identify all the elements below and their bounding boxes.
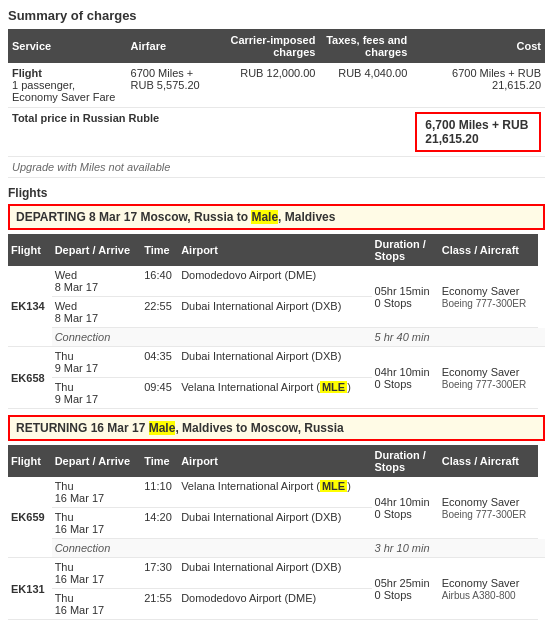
ek659-duration: 04hr 10min0 Stops <box>372 477 439 539</box>
rth-airport: Airport <box>178 445 371 477</box>
charges-table: Service Airfare Carrier-imposed charges … <box>8 29 545 178</box>
ek131-number: EK131 <box>8 558 52 620</box>
mle-tag-2: MLE <box>320 480 347 492</box>
connection-row-1: Connection 5 hr 40 min <box>8 328 545 347</box>
ek658-arrive-date: Thu9 Mar 17 <box>52 378 142 409</box>
ek658-depart-date: Thu9 Mar 17 <box>52 347 142 378</box>
ek658-depart-row: EK658 Thu9 Mar 17 04:35 Dubai Internatio… <box>8 347 545 378</box>
ek659-class: Economy SaverBoeing 777-300ER <box>439 477 539 539</box>
returning-origin: Male <box>149 421 176 435</box>
upgrade-row: Upgrade with Miles not available <box>8 157 545 178</box>
ek134-depart-airport: Domodedovo Airport (DME) <box>178 266 371 297</box>
total-price-box: 6,700 Miles + RUB 21,615.20 <box>415 112 541 152</box>
flights-label: Flights <box>8 186 545 200</box>
connection-time-2 <box>141 539 371 558</box>
th-flight: Flight <box>8 234 52 266</box>
carrier-cell: RUB 12,000.00 <box>223 63 320 108</box>
ek658-number: EK658 <box>8 347 52 409</box>
upgrade-label: Upgrade with Miles not available <box>8 157 545 178</box>
ek659-depart-date: Thu16 Mar 17 <box>52 477 142 508</box>
service-description: 1 passenger, Economy Saver Fare <box>12 79 115 103</box>
ek134-depart-date: Wed8 Mar 17 <box>52 266 142 297</box>
ek659-arrive-time: 14:20 <box>141 508 178 539</box>
ek131-arrive-airport: Domodedovo Airport (DME) <box>178 589 371 620</box>
ek131-depart-date: Thu16 Mar 17 <box>52 558 142 589</box>
total-row: Total price in Russian Ruble 6,700 Miles… <box>8 108 545 157</box>
ek131-depart-time: 17:30 <box>141 558 178 589</box>
ek658-class: Economy SaverBoeing 777-300ER <box>439 347 539 409</box>
departing-header: DEPARTING 8 Mar 17 Moscow, Russia to Mal… <box>8 204 545 230</box>
ek134-number: EK134 <box>8 266 52 347</box>
th-class: Class / Aircraft <box>439 234 539 266</box>
ek658-duration: 04hr 10min0 Stops <box>372 347 439 409</box>
ek134-arrive-time: 22:55 <box>141 297 178 328</box>
service-cell: Flight 1 passenger, Economy Saver Fare <box>8 63 127 108</box>
ek134-class: Economy SaverBoeing 777-300ER <box>439 266 539 328</box>
ek659-depart-time: 11:10 <box>141 477 178 508</box>
connection-row-2: Connection 3 hr 10 min <box>8 539 545 558</box>
ek659-depart-airport: Velana International Airport (MLE) <box>178 477 371 508</box>
ek134-depart-time: 16:40 <box>141 266 178 297</box>
ek131-depart-row: EK131 Thu16 Mar 17 17:30 Dubai Internati… <box>8 558 545 589</box>
ek659-arrive-airport: Dubai International Airport (DXB) <box>178 508 371 539</box>
ek131-duration: 05hr 25min0 Stops <box>372 558 439 620</box>
ek658-depart-airport: Dubai International Airport (DXB) <box>178 347 371 378</box>
connection-duration-2: 3 hr 10 min <box>372 539 439 558</box>
charge-row: Flight 1 passenger, Economy Saver Fare 6… <box>8 63 545 108</box>
connection-duration-1: 5 hr 40 min <box>372 328 439 347</box>
col-taxes: Taxes, fees and charges <box>319 29 411 63</box>
th-airport: Airport <box>178 234 371 266</box>
connection-time-1 <box>141 328 371 347</box>
ek659-depart-row: EK659 Thu16 Mar 17 11:10 Velana Internat… <box>8 477 545 508</box>
service-type: Flight <box>12 67 42 79</box>
ek658-arrive-time: 09:45 <box>141 378 178 409</box>
taxes-cell: RUB 4,040.00 <box>319 63 411 108</box>
ek131-arrive-time: 21:55 <box>141 589 178 620</box>
mle-tag-1: MLE <box>320 381 347 393</box>
departing-text-2: , Maldives <box>278 210 335 224</box>
ek134-arrive-date: Wed8 Mar 17 <box>52 297 142 328</box>
airfare-cell: 6700 Miles + RUB 5,575.20 <box>127 63 223 108</box>
ek659-arrive-date: Thu16 Mar 17 <box>52 508 142 539</box>
th-duration: Duration /Stops <box>372 234 439 266</box>
rth-flight: Flight <box>8 445 52 477</box>
rth-class: Class / Aircraft <box>439 445 539 477</box>
departing-text: DEPARTING 8 Mar 17 Moscow, Russia to <box>16 210 251 224</box>
ek131-class: Economy SaverAirbus A380-800 <box>439 558 539 620</box>
returning-header: RETURNING 16 Mar 17 Male, Maldives to Mo… <box>8 415 545 441</box>
ek658-arrive-airport: Velana International Airport (MLE) <box>178 378 371 409</box>
ek658-depart-time: 04:35 <box>141 347 178 378</box>
departing-flights-table: Flight Depart / Arrive Time Airport Dura… <box>8 234 545 409</box>
ek134-depart-row: EK134 Wed8 Mar 17 16:40 Domodedovo Airpo… <box>8 266 545 297</box>
ek134-arrive-airport: Dubai International Airport (DXB) <box>178 297 371 328</box>
th-time: Time <box>141 234 178 266</box>
summary-title: Summary of charges <box>8 8 545 23</box>
ek131-arrive-date: Thu16 Mar 17 <box>52 589 142 620</box>
th-depart-arrive: Depart / Arrive <box>52 234 142 266</box>
cost-cell: 6700 Miles + RUB 21,615.20 <box>411 63 545 108</box>
col-carrier: Carrier-imposed charges <box>223 29 320 63</box>
ek131-depart-airport: Dubai International Airport (DXB) <box>178 558 371 589</box>
returning-text: RETURNING 16 Mar 17 <box>16 421 149 435</box>
ek659-number: EK659 <box>8 477 52 558</box>
total-value-cell: 6,700 Miles + RUB 21,615.20 <box>411 108 545 157</box>
col-airfare: Airfare <box>127 29 223 63</box>
departing-destination: Male <box>251 210 278 224</box>
connection-label-2: Connection <box>52 539 142 558</box>
rth-time: Time <box>141 445 178 477</box>
connection-label-1: Connection <box>52 328 142 347</box>
col-service: Service <box>8 29 127 63</box>
rth-depart-arrive: Depart / Arrive <box>52 445 142 477</box>
total-label: Total price in Russian Ruble <box>8 108 411 157</box>
returning-text-2: , Maldives to Moscow, Russia <box>175 421 343 435</box>
returning-flights-table: Flight Depart / Arrive Time Airport Dura… <box>8 445 545 620</box>
rth-duration: Duration /Stops <box>372 445 439 477</box>
ek134-duration: 05hr 15min0 Stops <box>372 266 439 328</box>
col-cost: Cost <box>411 29 545 63</box>
main-container: Summary of charges Service Airfare Carri… <box>0 0 553 628</box>
